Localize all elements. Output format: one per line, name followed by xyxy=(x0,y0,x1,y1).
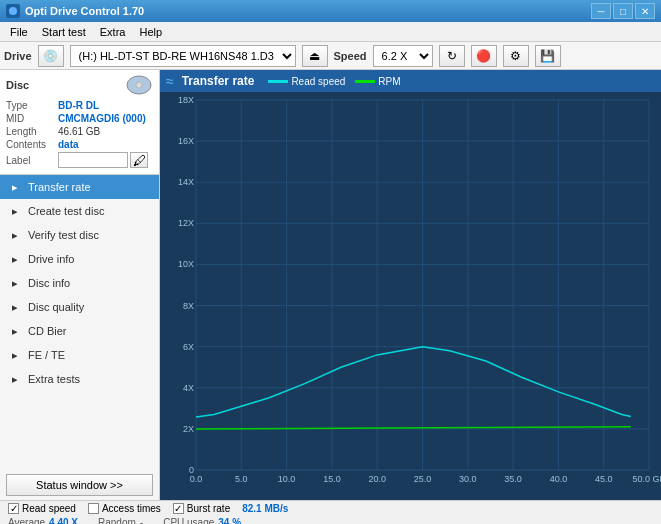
nav-label-fe-te: FE / TE xyxy=(28,349,65,361)
drive-select[interactable]: (H:) HL-DT-ST BD-RE WH16NS48 1.D3 xyxy=(70,45,296,67)
length-label: Length xyxy=(6,126,58,137)
legend-read-speed: Read speed xyxy=(268,76,345,87)
disc-icon xyxy=(125,74,153,96)
nav-item-cd-bier[interactable]: ▸CD Bier xyxy=(0,319,159,343)
nav-item-transfer-rate[interactable]: ▸Transfer rate xyxy=(0,175,159,199)
mid-value: CMCMAGDI6 (000) xyxy=(58,113,146,124)
settings-button1[interactable]: 🔴 xyxy=(471,45,497,67)
main-content: Disc Type BD-R DL MID CMCMAGDI6 (000) Le… xyxy=(0,70,661,500)
access-times-check-box xyxy=(88,503,99,514)
drive-label: Drive xyxy=(4,50,32,62)
contents-label: Contents xyxy=(6,139,58,150)
nav-label-extra-tests: Extra tests xyxy=(28,373,80,385)
chart-title: Transfer rate xyxy=(182,74,255,88)
read-speed-check-box: ✓ xyxy=(8,503,19,514)
burst-rate-cb-label: Burst rate xyxy=(187,503,230,514)
nav-item-extra-tests[interactable]: ▸Extra tests xyxy=(0,367,159,391)
cpu-label: CPU usage xyxy=(163,517,214,524)
nav-icon-disc-info: ▸ xyxy=(8,276,22,290)
refresh-button[interactable]: ↻ xyxy=(439,45,465,67)
nav-icon-extra-tests: ▸ xyxy=(8,372,22,386)
menu-bar: File Start test Extra Help xyxy=(0,22,661,42)
settings-button2[interactable]: ⚙ xyxy=(503,45,529,67)
average-stat: Average 4.40 X xyxy=(8,517,78,524)
stats-checkboxes: ✓ Read speed Access times ✓ Burst rate 8… xyxy=(8,503,653,514)
random-stat: Random - xyxy=(98,517,143,524)
stats-bar: ✓ Read speed Access times ✓ Burst rate 8… xyxy=(0,500,661,524)
type-value: BD-R DL xyxy=(58,100,99,111)
nav-item-fe-te[interactable]: ▸FE / TE xyxy=(0,343,159,367)
cpu-stat: CPU usage 34 % xyxy=(163,517,241,524)
maximize-button[interactable]: □ xyxy=(613,3,633,19)
nav-icon-create-test-disc: ▸ xyxy=(8,204,22,218)
close-button[interactable]: ✕ xyxy=(635,3,655,19)
nav-item-drive-info[interactable]: ▸Drive info xyxy=(0,247,159,271)
burst-rate-check-box: ✓ xyxy=(173,503,184,514)
nav-item-disc-info[interactable]: ▸Disc info xyxy=(0,271,159,295)
legend-read-label: Read speed xyxy=(291,76,345,87)
nav-icon-drive-info: ▸ xyxy=(8,252,22,266)
nav-icon-fe-te: ▸ xyxy=(8,348,22,362)
speed-label: Speed xyxy=(334,50,367,62)
save-button[interactable]: 💾 xyxy=(535,45,561,67)
nav-label-disc-quality: Disc quality xyxy=(28,301,84,313)
chart-area: ≈ Transfer rate Read speed RPM xyxy=(160,70,661,500)
disc-panel-title: Disc xyxy=(6,79,29,91)
mid-label: MID xyxy=(6,113,58,124)
read-speed-cb-label: Read speed xyxy=(22,503,76,514)
label-edit-button[interactable]: 🖊 xyxy=(130,152,148,168)
app-title: Opti Drive Control 1.70 xyxy=(25,5,144,17)
contents-value: data xyxy=(58,139,79,150)
nav-icon-verify-test-disc: ▸ xyxy=(8,228,22,242)
type-label: Type xyxy=(6,100,58,111)
chart-icon: ≈ xyxy=(166,73,174,89)
chart-legend: Read speed RPM xyxy=(268,76,400,87)
access-times-checkbox[interactable]: Access times xyxy=(88,503,161,514)
app-icon xyxy=(6,4,20,18)
random-value: - xyxy=(140,517,143,524)
nav-label-disc-info: Disc info xyxy=(28,277,70,289)
nav-label-cd-bier: CD Bier xyxy=(28,325,67,337)
menu-file[interactable]: File xyxy=(4,25,34,39)
drive-icon-button[interactable]: 💿 xyxy=(38,45,64,67)
nav-list: ▸Transfer rate▸Create test disc▸Verify t… xyxy=(0,175,159,470)
average-value: 4.40 X xyxy=(49,517,78,524)
nav-item-verify-test-disc[interactable]: ▸Verify test disc xyxy=(0,223,159,247)
nav-icon-cd-bier: ▸ xyxy=(8,324,22,338)
menu-help[interactable]: Help xyxy=(133,25,168,39)
nav-label-drive-info: Drive info xyxy=(28,253,74,265)
burst-rate-checkbox[interactable]: ✓ Burst rate xyxy=(173,503,230,514)
eject-button[interactable]: ⏏ xyxy=(302,45,328,67)
legend-rpm: RPM xyxy=(355,76,400,87)
sidebar: Disc Type BD-R DL MID CMCMAGDI6 (000) Le… xyxy=(0,70,160,500)
svg-point-0 xyxy=(9,7,17,15)
burst-value: 82.1 MB/s xyxy=(242,503,288,514)
menu-extra[interactable]: Extra xyxy=(94,25,132,39)
read-speed-checkbox[interactable]: ✓ Read speed xyxy=(8,503,76,514)
legend-rpm-dot xyxy=(355,80,375,83)
random-label: Random xyxy=(98,517,136,524)
cpu-value: 34 % xyxy=(218,517,241,524)
chart-canvas-container xyxy=(160,92,661,500)
drive-toolbar: Drive 💿 (H:) HL-DT-ST BD-RE WH16NS48 1.D… xyxy=(0,42,661,70)
svg-point-2 xyxy=(136,82,142,88)
disc-panel: Disc Type BD-R DL MID CMCMAGDI6 (000) Le… xyxy=(0,70,159,175)
minimize-button[interactable]: ─ xyxy=(591,3,611,19)
legend-read-dot xyxy=(268,80,288,83)
transfer-chart xyxy=(160,92,661,500)
length-value: 46.61 GB xyxy=(58,126,100,137)
status-window-button[interactable]: Status window >> xyxy=(6,474,153,496)
speed-select[interactable]: 6.2 X xyxy=(373,45,433,67)
stats-row-1: Average 4.40 X Random - CPU usage 34 % xyxy=(8,517,653,524)
nav-label-create-test-disc: Create test disc xyxy=(28,205,104,217)
title-bar: Opti Drive Control 1.70 ─ □ ✕ xyxy=(0,0,661,22)
nav-label-verify-test-disc: Verify test disc xyxy=(28,229,99,241)
nav-item-disc-quality[interactable]: ▸Disc quality xyxy=(0,295,159,319)
nav-icon-disc-quality: ▸ xyxy=(8,300,22,314)
average-label: Average xyxy=(8,517,45,524)
nav-label-transfer-rate: Transfer rate xyxy=(28,181,91,193)
nav-item-create-test-disc[interactable]: ▸Create test disc xyxy=(0,199,159,223)
nav-icon-transfer-rate: ▸ xyxy=(8,180,22,194)
menu-start-test[interactable]: Start test xyxy=(36,25,92,39)
label-input[interactable] xyxy=(58,152,128,168)
